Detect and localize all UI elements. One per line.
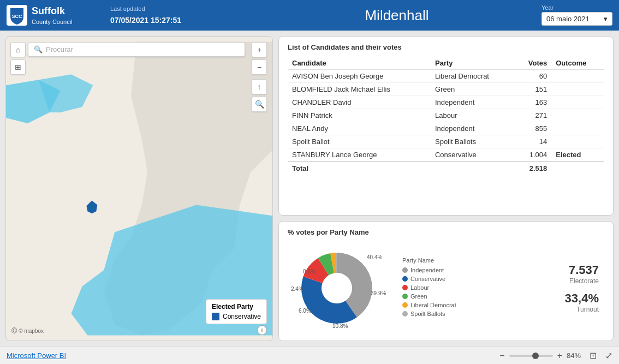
candidate-votes: 14 [515,135,551,148]
electorate-value: 7.537 [565,263,599,277]
legend-label: Labour [410,284,429,291]
candidates-panel-title: List of Candidates and their votes [288,43,604,51]
year-selector[interactable]: Year 06 maio 2021 ▾ [541,4,612,26]
svg-text:39.9%: 39.9% [371,290,386,296]
chart-legend: Party Name IndependentConservativeLabour… [402,257,456,319]
candidate-votes: 1.004 [515,148,551,162]
map-svg [6,37,272,341]
table-row: BLOMFIELD Jack Michael Ellis Green 151 [288,83,604,96]
candidate-name: NEAL Andy [288,122,431,135]
candidate-name: CHANDLER David [288,96,431,109]
legend-dot [402,302,408,308]
candidate-name: BLOMFIELD Jack Michael Ellis [288,83,431,96]
candidate-party: Liberal Democrat [431,70,515,83]
svg-text:2.4%: 2.4% [291,286,303,292]
map-search-zoom-button[interactable]: 🔍 [252,97,267,112]
chart-legend-item: Conservative [402,276,456,282]
logo-text: Suffolk County Council [32,4,73,27]
legend-dot [402,311,408,317]
legend-dot [402,267,408,273]
col-candidate: Candidate [288,57,431,70]
zoom-slider[interactable] [509,355,553,357]
legend-label: Green [410,293,427,300]
col-votes: Votes [515,57,551,70]
year-label: Year [541,4,612,11]
legend-label: Independent [410,267,444,273]
svg-text:10.8%: 10.8% [332,323,348,329]
candidate-votes: 855 [515,122,551,135]
zoom-minus-icon[interactable]: − [499,351,504,361]
header: SCC Suffolk County Council Last updated … [0,0,619,31]
candidate-party: Independent [431,122,515,135]
candidate-name: FINN Patrick [288,109,431,122]
svg-text:0.6%: 0.6% [303,268,316,275]
legend-dot [402,276,408,282]
powerbi-link[interactable]: Microsoft Power BI [7,351,66,360]
search-icon: 🔍 [34,45,43,53]
last-updated-label: Last updated [110,4,181,14]
chart-legend-item: Independent [402,267,456,273]
chart-content: 40.4% 39.9% 10.8% 6.0% 2.4% 0.6% Party N… [288,242,604,335]
mapbox-credit: © © mapbox [11,326,44,335]
col-party: Party [431,57,515,70]
map-legend-title: Elected Party [212,303,261,311]
total-row: Total 2.518 [288,162,604,175]
map-nav-controls: ⌂ ⊞ [10,42,26,75]
logo: SCC Suffolk County Council [7,4,105,27]
candidate-votes: 163 [515,96,551,109]
main-content: ⌂ ⊞ 🔍 Procurar + − ↑ 🔍 [0,31,619,347]
legend-label: Spoilt Ballots [410,311,445,317]
turnout-label: Turnout [565,306,599,313]
stats-panel: 7.537 Electorate 33,4% Turnout [565,263,604,313]
candidates-panel: List of Candidates and their votes Candi… [278,36,614,216]
chart-legend-item: Green [402,293,456,300]
total-party-empty [431,162,515,175]
year-dropdown[interactable]: 06 maio 2021 ▾ [541,12,612,26]
fit-screen-icon[interactable]: ⊡ [590,350,597,361]
candidate-outcome [551,109,604,122]
fullscreen-icon[interactable]: ⤢ [605,350,612,361]
table-row: FINN Patrick Labour 271 [288,109,604,122]
bottom-bar: Microsoft Power BI − + 84% ⊡ ⤢ [0,347,619,364]
electorate-label: Electorate [565,277,599,285]
zoom-plus-icon[interactable]: + [557,351,562,361]
table-row: Spoilt Ballot Spoilt Ballots 14 [288,135,604,148]
mapbox-circle-icon: © [11,326,17,335]
legend-dot [402,285,408,290]
candidate-party: Independent [431,96,515,109]
map-search-box[interactable]: 🔍 Procurar [28,42,245,57]
svg-text:SCC: SCC [11,14,22,19]
svg-text:6.0%: 6.0% [299,308,311,314]
map-frame-button[interactable]: ⊞ [10,59,26,75]
logo-main: Suffolk [32,4,73,18]
zoom-out-button[interactable]: − [252,59,267,75]
table-row: NEAL Andy Independent 855 [288,122,604,135]
turnout-stat: 33,4% Turnout [565,291,599,313]
total-votes: 2.518 [515,162,551,175]
zoom-in-button[interactable]: + [252,42,267,57]
chart-legend-item: Liberal Democrat [402,302,456,308]
map-north-button[interactable]: ↑ [252,79,267,94]
search-placeholder: Procurar [46,45,73,53]
candidate-outcome [551,83,604,96]
last-updated: Last updated 07/05/2021 15:27:51 [110,4,181,26]
electorate-stat: 7.537 Electorate [565,263,599,285]
candidate-party: Conservative [431,148,515,162]
legend-label: Conservative [410,276,445,282]
col-outcome: Outcome [551,57,604,70]
map-info-button[interactable]: i [257,325,267,335]
zoom-percent: 84% [567,351,581,360]
year-value: 06 maio 2021 [546,15,590,23]
map-home-button[interactable]: ⌂ [10,42,26,57]
map-zoom-controls[interactable]: + − ↑ 🔍 [252,42,267,112]
total-label: Total [288,162,431,175]
chart-legend-title: Party Name [402,257,456,264]
table-row: STANBURY Lance George Conservative 1.004… [288,148,604,162]
legend-color-conservative [212,313,219,320]
chart-panel: % votes por Party Name 40.4% 39.9% 10.8%… [278,221,614,341]
candidate-party: Labour [431,109,515,122]
logo-sub: County Council [32,18,73,26]
legend-party-label: Conservative [223,313,261,320]
candidate-votes: 151 [515,83,551,96]
candidate-votes: 60 [515,70,551,83]
